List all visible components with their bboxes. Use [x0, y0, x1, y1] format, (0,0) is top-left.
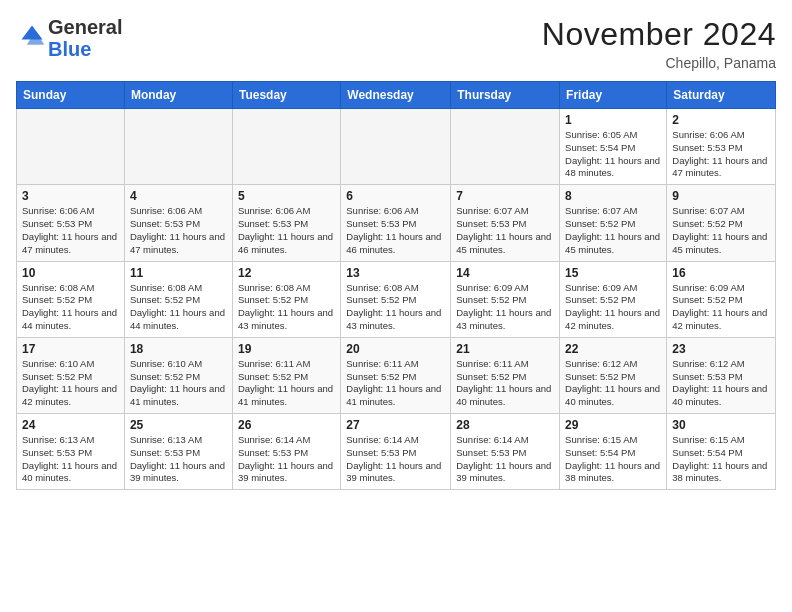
calendar-cell: 6Sunrise: 6:06 AM Sunset: 5:53 PM Daylig…: [341, 185, 451, 261]
cell-info: Sunrise: 6:08 AM Sunset: 5:52 PM Dayligh…: [238, 282, 335, 333]
cell-info: Sunrise: 6:06 AM Sunset: 5:53 PM Dayligh…: [22, 205, 119, 256]
calendar-cell: [451, 109, 560, 185]
calendar-table: SundayMondayTuesdayWednesdayThursdayFrid…: [16, 81, 776, 490]
cell-info: Sunrise: 6:07 AM Sunset: 5:52 PM Dayligh…: [672, 205, 770, 256]
calendar-cell: 27Sunrise: 6:14 AM Sunset: 5:53 PM Dayli…: [341, 414, 451, 490]
calendar-cell: 19Sunrise: 6:11 AM Sunset: 5:52 PM Dayli…: [232, 337, 340, 413]
day-number: 21: [456, 342, 554, 356]
calendar-cell: 25Sunrise: 6:13 AM Sunset: 5:53 PM Dayli…: [124, 414, 232, 490]
calendar-cell: 21Sunrise: 6:11 AM Sunset: 5:52 PM Dayli…: [451, 337, 560, 413]
calendar-cell: [17, 109, 125, 185]
cell-info: Sunrise: 6:09 AM Sunset: 5:52 PM Dayligh…: [672, 282, 770, 333]
day-number: 7: [456, 189, 554, 203]
calendar-cell: 2Sunrise: 6:06 AM Sunset: 5:53 PM Daylig…: [667, 109, 776, 185]
day-number: 28: [456, 418, 554, 432]
day-number: 8: [565, 189, 661, 203]
calendar-cell: 29Sunrise: 6:15 AM Sunset: 5:54 PM Dayli…: [560, 414, 667, 490]
day-number: 17: [22, 342, 119, 356]
day-number: 13: [346, 266, 445, 280]
page: General Blue November 2024 Chepillo, Pan…: [0, 0, 792, 506]
day-number: 23: [672, 342, 770, 356]
logo: General Blue: [16, 16, 122, 60]
calendar-cell: 5Sunrise: 6:06 AM Sunset: 5:53 PM Daylig…: [232, 185, 340, 261]
calendar-cell: [232, 109, 340, 185]
cell-info: Sunrise: 6:12 AM Sunset: 5:52 PM Dayligh…: [565, 358, 661, 409]
cell-info: Sunrise: 6:08 AM Sunset: 5:52 PM Dayligh…: [22, 282, 119, 333]
calendar-cell: 7Sunrise: 6:07 AM Sunset: 5:53 PM Daylig…: [451, 185, 560, 261]
day-number: 11: [130, 266, 227, 280]
cell-info: Sunrise: 6:13 AM Sunset: 5:53 PM Dayligh…: [22, 434, 119, 485]
day-number: 10: [22, 266, 119, 280]
weekday-header-saturday: Saturday: [667, 82, 776, 109]
day-number: 29: [565, 418, 661, 432]
cell-info: Sunrise: 6:05 AM Sunset: 5:54 PM Dayligh…: [565, 129, 661, 180]
title-block: November 2024 Chepillo, Panama: [542, 16, 776, 71]
day-number: 16: [672, 266, 770, 280]
calendar-cell: 10Sunrise: 6:08 AM Sunset: 5:52 PM Dayli…: [17, 261, 125, 337]
calendar-cell: 30Sunrise: 6:15 AM Sunset: 5:54 PM Dayli…: [667, 414, 776, 490]
calendar-cell: 24Sunrise: 6:13 AM Sunset: 5:53 PM Dayli…: [17, 414, 125, 490]
header: General Blue November 2024 Chepillo, Pan…: [16, 16, 776, 71]
calendar-cell: 13Sunrise: 6:08 AM Sunset: 5:52 PM Dayli…: [341, 261, 451, 337]
weekday-header-monday: Monday: [124, 82, 232, 109]
cell-info: Sunrise: 6:07 AM Sunset: 5:52 PM Dayligh…: [565, 205, 661, 256]
day-number: 4: [130, 189, 227, 203]
calendar-cell: 20Sunrise: 6:11 AM Sunset: 5:52 PM Dayli…: [341, 337, 451, 413]
day-number: 30: [672, 418, 770, 432]
cell-info: Sunrise: 6:06 AM Sunset: 5:53 PM Dayligh…: [130, 205, 227, 256]
day-number: 26: [238, 418, 335, 432]
calendar-cell: 18Sunrise: 6:10 AM Sunset: 5:52 PM Dayli…: [124, 337, 232, 413]
calendar-week-2: 3Sunrise: 6:06 AM Sunset: 5:53 PM Daylig…: [17, 185, 776, 261]
cell-info: Sunrise: 6:10 AM Sunset: 5:52 PM Dayligh…: [130, 358, 227, 409]
calendar-cell: [124, 109, 232, 185]
cell-info: Sunrise: 6:11 AM Sunset: 5:52 PM Dayligh…: [456, 358, 554, 409]
cell-info: Sunrise: 6:13 AM Sunset: 5:53 PM Dayligh…: [130, 434, 227, 485]
cell-info: Sunrise: 6:10 AM Sunset: 5:52 PM Dayligh…: [22, 358, 119, 409]
weekday-header-wednesday: Wednesday: [341, 82, 451, 109]
day-number: 22: [565, 342, 661, 356]
calendar-cell: 1Sunrise: 6:05 AM Sunset: 5:54 PM Daylig…: [560, 109, 667, 185]
weekday-header-friday: Friday: [560, 82, 667, 109]
day-number: 6: [346, 189, 445, 203]
weekday-header-sunday: Sunday: [17, 82, 125, 109]
calendar-cell: [341, 109, 451, 185]
day-number: 25: [130, 418, 227, 432]
day-number: 24: [22, 418, 119, 432]
cell-info: Sunrise: 6:14 AM Sunset: 5:53 PM Dayligh…: [238, 434, 335, 485]
cell-info: Sunrise: 6:06 AM Sunset: 5:53 PM Dayligh…: [346, 205, 445, 256]
calendar-cell: 9Sunrise: 6:07 AM Sunset: 5:52 PM Daylig…: [667, 185, 776, 261]
day-number: 15: [565, 266, 661, 280]
calendar-cell: 17Sunrise: 6:10 AM Sunset: 5:52 PM Dayli…: [17, 337, 125, 413]
calendar-cell: 26Sunrise: 6:14 AM Sunset: 5:53 PM Dayli…: [232, 414, 340, 490]
logo-icon: [18, 22, 46, 50]
calendar-cell: 16Sunrise: 6:09 AM Sunset: 5:52 PM Dayli…: [667, 261, 776, 337]
calendar-cell: 11Sunrise: 6:08 AM Sunset: 5:52 PM Dayli…: [124, 261, 232, 337]
cell-info: Sunrise: 6:11 AM Sunset: 5:52 PM Dayligh…: [238, 358, 335, 409]
calendar-cell: 28Sunrise: 6:14 AM Sunset: 5:53 PM Dayli…: [451, 414, 560, 490]
cell-info: Sunrise: 6:06 AM Sunset: 5:53 PM Dayligh…: [238, 205, 335, 256]
day-number: 3: [22, 189, 119, 203]
cell-info: Sunrise: 6:12 AM Sunset: 5:53 PM Dayligh…: [672, 358, 770, 409]
logo-blue-text: Blue: [48, 38, 91, 60]
cell-info: Sunrise: 6:14 AM Sunset: 5:53 PM Dayligh…: [346, 434, 445, 485]
day-number: 9: [672, 189, 770, 203]
calendar-cell: 14Sunrise: 6:09 AM Sunset: 5:52 PM Dayli…: [451, 261, 560, 337]
calendar-cell: 15Sunrise: 6:09 AM Sunset: 5:52 PM Dayli…: [560, 261, 667, 337]
calendar-week-3: 10Sunrise: 6:08 AM Sunset: 5:52 PM Dayli…: [17, 261, 776, 337]
day-number: 27: [346, 418, 445, 432]
cell-info: Sunrise: 6:08 AM Sunset: 5:52 PM Dayligh…: [346, 282, 445, 333]
calendar-week-1: 1Sunrise: 6:05 AM Sunset: 5:54 PM Daylig…: [17, 109, 776, 185]
day-number: 20: [346, 342, 445, 356]
weekday-header-tuesday: Tuesday: [232, 82, 340, 109]
cell-info: Sunrise: 6:11 AM Sunset: 5:52 PM Dayligh…: [346, 358, 445, 409]
calendar-cell: 8Sunrise: 6:07 AM Sunset: 5:52 PM Daylig…: [560, 185, 667, 261]
weekday-header-thursday: Thursday: [451, 82, 560, 109]
cell-info: Sunrise: 6:08 AM Sunset: 5:52 PM Dayligh…: [130, 282, 227, 333]
day-number: 19: [238, 342, 335, 356]
day-number: 5: [238, 189, 335, 203]
day-number: 18: [130, 342, 227, 356]
day-number: 14: [456, 266, 554, 280]
calendar-cell: 12Sunrise: 6:08 AM Sunset: 5:52 PM Dayli…: [232, 261, 340, 337]
cell-info: Sunrise: 6:09 AM Sunset: 5:52 PM Dayligh…: [456, 282, 554, 333]
location-subtitle: Chepillo, Panama: [542, 55, 776, 71]
